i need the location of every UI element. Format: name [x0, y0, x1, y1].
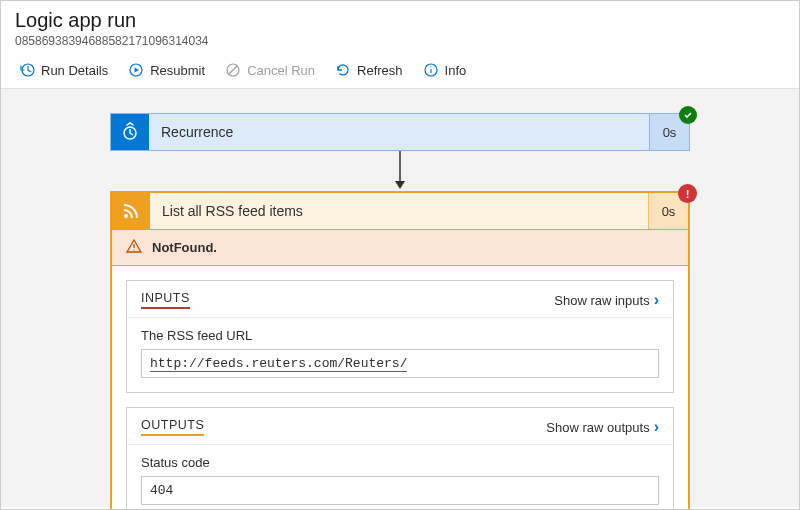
recurrence-title: Recurrence — [149, 114, 649, 150]
warning-icon — [126, 238, 142, 257]
run-id: 08586938394688582171096314034 — [15, 34, 785, 48]
info-icon — [423, 62, 439, 78]
rss-card: ! List all RSS feed items 0s NotFound. I… — [110, 191, 690, 510]
svg-point-4 — [430, 66, 431, 67]
svg-point-10 — [133, 249, 134, 250]
show-raw-inputs-link[interactable]: Show raw inputs › — [554, 291, 659, 309]
outputs-heading: OUTPUTS — [141, 418, 204, 436]
refresh-button[interactable]: Refresh — [327, 58, 411, 82]
rss-url-value: http://feeds.reuters.com/Reuters/ — [141, 349, 659, 378]
error-badge: ! — [678, 184, 697, 203]
rss-url-label: The RSS feed URL — [141, 328, 659, 343]
show-raw-outputs-link[interactable]: Show raw outputs › — [546, 418, 659, 436]
status-code-value: 404 — [141, 476, 659, 505]
rss-title: List all RSS feed items — [150, 193, 648, 229]
chevron-right-icon: › — [654, 291, 659, 309]
resubmit-button[interactable]: Resubmit — [120, 58, 213, 82]
info-button[interactable]: Info — [415, 58, 475, 82]
recurrence-card[interactable]: Recurrence 0s — [110, 113, 690, 151]
status-code-label: Status code — [141, 455, 659, 470]
success-badge — [679, 106, 697, 124]
designer-canvas: Recurrence 0s ! List all RSS feed items … — [1, 89, 799, 507]
page-header: Logic app run 08586938394688582171096314… — [1, 1, 799, 52]
rss-icon — [112, 193, 150, 229]
error-row: NotFound. — [112, 230, 688, 266]
error-message: NotFound. — [152, 240, 217, 255]
refresh-icon — [335, 62, 351, 78]
play-circle-icon — [128, 62, 144, 78]
chevron-right-icon: › — [654, 418, 659, 436]
cancel-run-button: Cancel Run — [217, 58, 323, 82]
page-title: Logic app run — [15, 9, 785, 32]
inputs-section: INPUTS Show raw inputs › The RSS feed UR… — [126, 280, 674, 393]
outputs-section: OUTPUTS Show raw outputs › Status code 4… — [126, 407, 674, 510]
inputs-heading: INPUTS — [141, 291, 190, 309]
rss-card-header[interactable]: List all RSS feed items 0s — [112, 193, 688, 230]
history-icon — [19, 62, 35, 78]
recurrence-icon — [111, 114, 149, 150]
run-details-button[interactable]: Run Details — [11, 58, 116, 82]
cancel-icon — [225, 62, 241, 78]
connector-arrow — [110, 151, 690, 191]
toolbar: Run Details Resubmit Cancel Run Refresh … — [1, 52, 799, 89]
svg-point-8 — [124, 214, 128, 218]
